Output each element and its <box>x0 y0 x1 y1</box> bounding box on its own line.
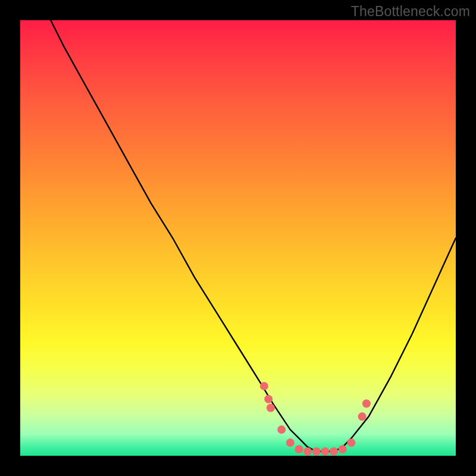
highlight-dot <box>358 412 367 421</box>
optimal-region-dots <box>260 382 371 456</box>
highlight-dot <box>260 382 268 390</box>
plot-area <box>20 20 456 456</box>
highlight-dot <box>339 445 347 453</box>
highlight-dot <box>277 425 286 434</box>
highlight-dot <box>264 395 273 403</box>
bottleneck-curve <box>51 20 456 452</box>
highlight-dot <box>312 447 321 456</box>
highlight-dot <box>286 439 295 447</box>
highlight-dot <box>362 399 371 408</box>
highlight-dot <box>321 447 329 456</box>
chart-frame: TheBottleneck.com <box>0 0 476 476</box>
highlight-dot <box>295 445 303 453</box>
highlight-dot <box>267 404 275 412</box>
highlight-dot <box>303 447 312 456</box>
highlight-dot <box>347 439 355 447</box>
watermark-text: TheBottleneck.com <box>351 4 470 20</box>
highlight-dot <box>330 447 338 456</box>
bottleneck-curve-svg <box>20 20 456 456</box>
